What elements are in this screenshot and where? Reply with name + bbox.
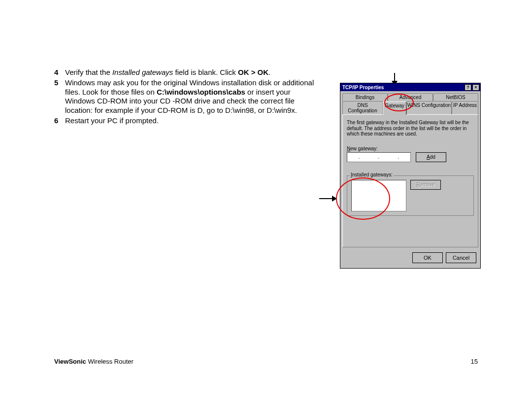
tabs-row-1: Bindings Advanced NetBIOS — [342, 93, 478, 101]
installed-gateways-list[interactable] — [351, 180, 406, 211]
tab-bindings[interactable]: Bindings — [342, 93, 388, 101]
tab-wins-configuration[interactable]: WINS Configuration — [406, 101, 452, 114]
step-number: 6 — [54, 116, 65, 126]
ok-button[interactable]: OK — [412, 252, 443, 263]
footer-left: ViewSonic Wireless Router — [54, 358, 133, 365]
help-button[interactable]: ? — [465, 84, 471, 91]
dialog-title: TCP/IP Properties — [342, 85, 384, 90]
tab-ip-address[interactable]: IP Address — [452, 101, 478, 114]
gateway-tab-panel: The first gateway in the Installed Gatew… — [342, 114, 478, 247]
step-number: 5 — [54, 78, 65, 115]
tab-netbios[interactable]: NetBIOS — [433, 93, 478, 101]
step-number: 4 — [54, 68, 65, 77]
gateway-hint-text: The first gateway in the Installed Gatew… — [347, 120, 474, 137]
tab-gateway[interactable]: Gateway — [383, 102, 406, 115]
remove-button: Remove — [410, 180, 441, 190]
tab-dns-configuration[interactable]: DNS Configuration — [342, 101, 383, 114]
step-text: Verify that the Installed gateways field… — [65, 68, 320, 77]
step-6: 6 Restart your PC if prompted. — [54, 116, 320, 126]
arrow-right-icon — [319, 198, 333, 199]
new-gateway-input[interactable]: . . . — [347, 152, 411, 162]
installed-gateways-label: Installed gateways: — [350, 172, 394, 177]
step-5: 5 Windows may ask you for the original W… — [54, 78, 320, 115]
installed-gateways-group: Remove — [347, 175, 474, 216]
add-button[interactable]: Add — [416, 152, 446, 162]
dialog-titlebar: TCP/IP Properties ? × — [340, 83, 480, 91]
step-text: Windows may ask you for the original Win… — [65, 78, 320, 115]
step-4: 4 Verify that the Installed gateways fie… — [54, 68, 320, 77]
page-footer: ViewSonic Wireless Router 15 — [54, 358, 478, 365]
arrow-down-icon — [394, 73, 395, 82]
close-button[interactable]: × — [472, 84, 479, 91]
tab-advanced[interactable]: Advanced — [388, 93, 433, 101]
new-gateway-label: New gateway: — [347, 146, 474, 151]
instruction-list: 4 Verify that the Installed gateways fie… — [54, 68, 320, 126]
tcpip-properties-dialog: TCP/IP Properties ? × Bindings Advanced … — [340, 83, 481, 269]
step-text: Restart your PC if prompted. — [65, 116, 320, 126]
cancel-button[interactable]: Cancel — [446, 252, 476, 263]
page-number: 15 — [471, 358, 478, 365]
tabs-row-2: DNS Configuration Gateway WINS Configura… — [342, 101, 478, 114]
